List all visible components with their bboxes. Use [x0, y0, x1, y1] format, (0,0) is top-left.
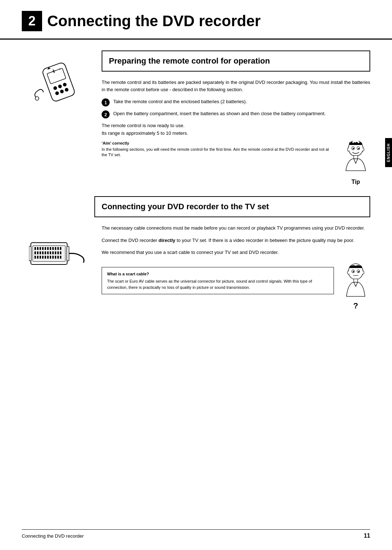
- left-col-section1: [22, 50, 94, 196]
- svg-rect-29: [57, 247, 59, 250]
- svg-rect-37: [50, 251, 51, 254]
- section1-container: Preparing the remote control for operati…: [0, 40, 392, 196]
- svg-rect-24: [45, 247, 46, 250]
- svg-rect-54: [67, 246, 69, 261]
- svg-rect-28: [55, 247, 56, 250]
- svg-rect-41: [60, 251, 61, 254]
- english-tab: ENGLISH: [385, 138, 392, 167]
- footer-page-number: 11: [364, 533, 370, 539]
- section1-title-box: Preparing the remote control for operati…: [102, 50, 370, 72]
- svg-rect-30: [60, 247, 61, 250]
- svg-point-58: [353, 271, 354, 272]
- svg-rect-42: [34, 256, 36, 259]
- right-col-section1: Preparing the remote control for operati…: [94, 50, 370, 196]
- svg-point-11: [35, 97, 39, 100]
- svg-rect-44: [40, 256, 41, 259]
- page-title: Connecting the DVD recorder: [47, 13, 261, 29]
- section2-para2-prefix: Connect the DVD recorder: [102, 238, 159, 243]
- svg-rect-45: [42, 256, 44, 259]
- section2-right-col: The necessary cable connections must be …: [94, 225, 370, 311]
- footer-chapter-text: Connecting the DVD recorder: [22, 533, 84, 539]
- svg-rect-36: [47, 251, 49, 254]
- step-item-2: 2 Open the battery compartment, insert t…: [102, 110, 370, 118]
- tip-area: ‘Aim’ correctly In the following section…: [102, 141, 370, 185]
- section1-intro: The remote control and its batteries are…: [102, 79, 370, 93]
- tip-character: Tip: [341, 141, 370, 185]
- question-mark: ?: [353, 301, 358, 311]
- svg-rect-27: [52, 247, 54, 250]
- svg-rect-48: [50, 256, 51, 259]
- section2-para2-bold: directly: [159, 238, 175, 243]
- svg-rect-47: [47, 256, 49, 259]
- svg-rect-46: [45, 256, 46, 259]
- info-box-text: The scart or Euro AV cable serves as the…: [107, 278, 328, 290]
- section2-title-box: Connecting your DVD recorder to the TV s…: [94, 196, 370, 217]
- svg-rect-35: [45, 251, 46, 254]
- svg-rect-34: [42, 251, 44, 254]
- svg-rect-49: [52, 256, 54, 259]
- svg-rect-40: [57, 251, 59, 254]
- page-footer: Connecting the DVD recorder 11: [22, 529, 370, 539]
- svg-rect-32: [37, 251, 38, 254]
- step-number-2: 2: [102, 110, 110, 118]
- svg-point-59: [358, 271, 359, 272]
- section2-title: Connecting your DVD recorder to the TV s…: [102, 202, 363, 211]
- ready-text: The remote control is now ready to use. …: [102, 122, 370, 137]
- svg-rect-50: [55, 256, 56, 259]
- info-box-title: What is a scart cable?: [107, 271, 328, 277]
- svg-rect-26: [50, 247, 51, 250]
- remote-illustration: [29, 61, 87, 106]
- svg-rect-21: [37, 247, 38, 250]
- svg-rect-22: [40, 247, 41, 250]
- info-box: What is a scart cable? The scart or Euro…: [102, 267, 334, 295]
- svg-rect-60: [354, 279, 358, 282]
- svg-rect-52: [60, 256, 61, 259]
- svg-rect-43: [37, 256, 38, 259]
- svg-rect-39: [55, 251, 56, 254]
- step-item-1: 1 Take the remote control and the enclos…: [102, 98, 370, 106]
- section2-container: The necessary cable connections must be …: [0, 225, 392, 311]
- step-text-2: Open the battery compartment, insert the…: [113, 110, 326, 117]
- step-number-1: 1: [102, 98, 110, 106]
- svg-rect-53: [29, 246, 31, 261]
- info-area: What is a scart cable? The scart or Euro…: [102, 263, 370, 311]
- question-character: ?: [341, 263, 370, 311]
- ready-line1: The remote control is now ready to use.: [102, 122, 370, 130]
- tip-word: Tip: [351, 179, 360, 185]
- section1-title: Preparing the remote control for operati…: [109, 56, 363, 66]
- section2-para2-suffix: to your TV set. If there is a video reco…: [175, 238, 354, 243]
- svg-point-16: [358, 148, 359, 149]
- step-text-1: Take the remote control and the enclosed…: [113, 98, 247, 105]
- svg-rect-20: [34, 247, 36, 250]
- svg-rect-0: [42, 62, 76, 102]
- ready-line2: Its range is approximately 5 to 10 meter…: [102, 130, 370, 137]
- svg-rect-23: [42, 247, 44, 250]
- section2-left-col: [22, 225, 94, 311]
- tip-text: In the following sections, you will need…: [102, 147, 334, 158]
- section2-para1: The necessary cable connections must be …: [102, 225, 370, 232]
- svg-rect-51: [57, 256, 59, 259]
- svg-rect-38: [52, 251, 54, 254]
- chapter-badge: 2: [22, 11, 42, 31]
- svg-rect-33: [40, 251, 41, 254]
- scart-illustration: [29, 232, 87, 280]
- section2-title-wrapper: Connecting your DVD recorder to the TV s…: [0, 196, 392, 217]
- svg-rect-31: [34, 251, 36, 254]
- page-header: 2 Connecting the DVD recorder: [0, 0, 392, 40]
- tip-content: ‘Aim’ correctly In the following section…: [102, 141, 334, 158]
- svg-rect-25: [47, 247, 49, 250]
- tip-label-box: ‘Aim’ correctly: [102, 141, 334, 145]
- svg-point-15: [353, 148, 354, 149]
- section2-para2: Connect the DVD recorder directly to you…: [102, 237, 370, 244]
- section2-para3: We recommend that you use a scart cable …: [102, 249, 370, 256]
- steps-list: 1 Take the remote control and the enclos…: [102, 98, 370, 118]
- svg-rect-17: [354, 155, 358, 159]
